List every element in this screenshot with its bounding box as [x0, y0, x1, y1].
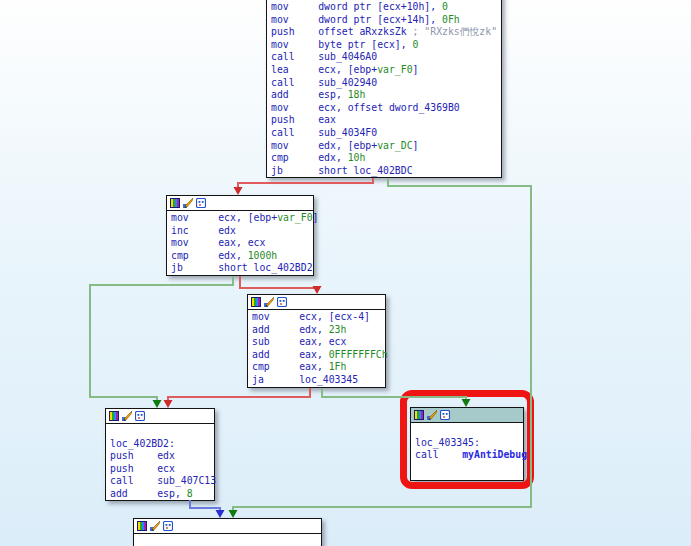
block-loop-counter-header[interactable]	[167, 196, 313, 211]
asm-line: call sub_4034F0	[267, 127, 501, 140]
block-entry-top-code: mov dword ptr [ecx+10h], 0mov dword ptr …	[267, 0, 501, 177]
block-loc-402BD2-header[interactable]	[106, 409, 214, 424]
block-entry-top[interactable]: mov dword ptr [ecx+10h], 0mov dword ptr …	[266, 0, 502, 178]
block-bottom-loc-402BDC-code	[134, 534, 321, 546]
asm-line: add esp, 8	[106, 488, 214, 501]
asm-line	[134, 535, 321, 546]
block-bounds-check[interactable]: mov ecx, [ecx-4]add edx, 23hsub eax, ecx…	[247, 294, 386, 388]
asm-line: add esp, 18h	[267, 89, 501, 102]
asm-line: cmp eax, 1Fh	[248, 361, 385, 374]
asm-line: push offset aRxzksZk ; "RXzks們悅zk"	[267, 26, 501, 39]
node-color-icon[interactable]	[251, 297, 261, 307]
block-loc-402BD2-code: loc_402BD2:push edxpush ecxcall sub_407C…	[106, 424, 214, 501]
asm-line: cmp edx, 10h	[267, 152, 501, 165]
asm-line: mov ecx, offset dword_4369B0	[267, 102, 501, 115]
asm-line: call sub_402940	[267, 77, 501, 90]
block-bounds-check-code: mov ecx, [ecx-4]add edx, 23hsub eax, ecx…	[248, 310, 385, 387]
edge-loop-jb-to-loc402BD2-arrowhead	[153, 400, 162, 408]
edge-loc402BD2-to-bottom	[190, 500, 220, 512]
block-bottom-loc-402BDC-header[interactable]	[134, 519, 321, 534]
node-color-icon[interactable]	[109, 411, 119, 421]
asm-line: push eax	[267, 114, 501, 127]
asm-line: inc edx	[167, 225, 313, 238]
edge-loop-fallthrough-to-check-arrowhead	[313, 286, 322, 294]
asm-line: add edx, 23h	[248, 324, 385, 337]
asm-line: push ecx	[106, 463, 214, 476]
asm-line: mov dword ptr [ecx+14h], 0Fh	[267, 14, 501, 27]
block-loop-counter[interactable]: mov ecx, [ebp+var_F0]inc edxmov eax, ecx…	[166, 195, 314, 276]
node-window-icon[interactable]	[135, 411, 145, 421]
node-color-icon[interactable]	[170, 198, 180, 208]
edge-check-fallthrough-to-loc402BD2	[168, 388, 310, 402]
antidebug-highlight-box	[400, 390, 534, 489]
edge-loc402BD2-to-bottom-arrowhead	[216, 510, 225, 518]
edit-node-icon[interactable]	[183, 198, 193, 208]
asm-line: mov ecx, [ecx-4]	[248, 311, 385, 324]
asm-line: mov ecx, [ebp+var_F0]	[167, 212, 313, 225]
edge-loop-fallthrough-to-check	[240, 276, 317, 288]
asm-line: cmp edx, 1000h	[167, 250, 313, 263]
asm-line: call sub_407C13	[106, 475, 214, 488]
edge-top-jb-to-loc402BDC-arrowhead	[229, 510, 238, 518]
asm-line: mov edx, [ebp+var_DC]	[267, 140, 501, 153]
asm-line: push edx	[106, 450, 214, 463]
asm-line: mov byte ptr [ecx], 0	[267, 39, 501, 52]
asm-line: jb short loc_402BDC	[267, 165, 501, 178]
edit-node-icon[interactable]	[150, 521, 160, 531]
node-window-icon[interactable]	[277, 297, 287, 307]
block-loc-402BD2[interactable]: loc_402BD2:push edxpush ecxcall sub_407C…	[105, 408, 215, 501]
asm-line	[106, 425, 214, 438]
asm-line: mov dword ptr [ecx+10h], 0	[267, 1, 501, 14]
edge-check-fallthrough-to-loc402BD2-arrowhead	[164, 400, 173, 408]
node-window-icon[interactable]	[196, 198, 206, 208]
edge-top-fallthrough-to-loop	[238, 178, 373, 189]
asm-line: add eax, 0FFFFFFFCh	[248, 349, 385, 362]
asm-line: ja loc_403345	[248, 374, 385, 387]
node-window-icon[interactable]	[163, 521, 173, 531]
edge-top-fallthrough-to-loop-arrowhead	[234, 187, 243, 195]
asm-line: loc_402BD2:	[106, 438, 214, 451]
block-bounds-check-header[interactable]	[248, 295, 385, 310]
asm-line: jb short loc_402BD2	[167, 262, 313, 275]
block-loop-counter-code: mov ecx, [ebp+var_F0]inc edxmov eax, ecx…	[167, 211, 313, 275]
node-color-icon[interactable]	[137, 521, 147, 531]
edge-loop-jb-to-loc402BD2	[90, 276, 233, 402]
asm-line: call sub_4046A0	[267, 51, 501, 64]
graph-view-canvas[interactable]: mov dword ptr [ecx+10h], 0mov dword ptr …	[0, 0, 691, 546]
block-bottom-loc-402BDC[interactable]	[133, 518, 322, 546]
asm-line: mov eax, ecx	[167, 237, 313, 250]
asm-line: lea ecx, [ebp+var_F0]	[267, 64, 501, 77]
edit-node-icon[interactable]	[264, 297, 274, 307]
asm-line: sub eax, ecx	[248, 336, 385, 349]
edit-node-icon[interactable]	[122, 411, 132, 421]
